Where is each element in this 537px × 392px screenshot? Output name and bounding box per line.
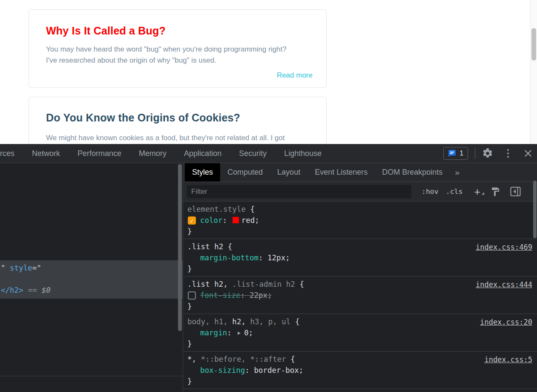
sidebar-tab-event-listeners[interactable]: Event Listeners bbox=[307, 163, 375, 182]
attr-name: style bbox=[10, 264, 32, 272]
devtools-tab-performance[interactable]: Performance bbox=[78, 149, 121, 158]
color-swatch[interactable] bbox=[233, 217, 239, 223]
property-value: red; bbox=[241, 216, 259, 225]
rule-close-brace: } bbox=[187, 301, 533, 312]
rule-selector[interactable]: element.style { bbox=[187, 204, 533, 215]
devtools-tab-application[interactable]: Application bbox=[184, 149, 221, 158]
chat-bubble-icon bbox=[448, 149, 457, 158]
badge-count: 1 bbox=[459, 149, 463, 158]
dom-selected-node[interactable]: " style=" </h2>==$0 bbox=[0, 260, 183, 299]
selector-part: h2, bbox=[232, 317, 250, 326]
devtools-tab-security[interactable]: Security bbox=[239, 149, 267, 158]
attr-equals: =" bbox=[32, 264, 41, 272]
property-colon: : bbox=[227, 329, 236, 337]
close-icon[interactable] bbox=[523, 149, 533, 158]
open-brace: { bbox=[299, 280, 304, 288]
property-colon: : bbox=[258, 254, 267, 262]
declaration-text: margin: 0; bbox=[200, 329, 253, 337]
styles-scrollbar-thumb[interactable] bbox=[533, 181, 537, 238]
sidebar-tab-more[interactable]: » bbox=[450, 163, 465, 182]
css-declaration[interactable]: margin-bottom: 12px; bbox=[187, 252, 533, 263]
elements-scrollbar-thumb[interactable] bbox=[178, 164, 182, 331]
stylesheet-link[interactable]: index.css:444 bbox=[476, 279, 532, 290]
declaration-text: margin-bottom: 12px; bbox=[200, 254, 290, 262]
property-name: margin-bottom bbox=[200, 254, 258, 262]
sidebar-tab-styles[interactable]: Styles bbox=[185, 163, 220, 182]
selector-part: *::before, *::after bbox=[201, 355, 291, 363]
sidebar-tab-computed[interactable]: Computed bbox=[220, 163, 270, 182]
class-toggle[interactable]: .cls bbox=[446, 187, 463, 196]
devtools-window: rcesNetworkPerformanceMemoryApplicationS… bbox=[0, 144, 537, 392]
card-body-line: I've researched about the origin of why … bbox=[46, 55, 309, 66]
css-rule: index.css:469.list h2 {margin-bottom: 12… bbox=[183, 239, 537, 277]
sidebar-tab-layout[interactable]: Layout bbox=[270, 163, 307, 182]
devtools-tab-rces[interactable]: rces bbox=[0, 149, 14, 158]
open-brace: { bbox=[250, 205, 255, 213]
console-messages-badge[interactable]: 1 bbox=[443, 147, 468, 160]
dom-attribute-fragment: " style=" bbox=[1, 264, 41, 272]
read-more-link[interactable]: Read more bbox=[43, 71, 313, 80]
devtools-tab-bar: rcesNetworkPerformanceMemoryApplicationS… bbox=[0, 144, 537, 163]
css-declaration[interactable]: margin: 0; bbox=[187, 327, 533, 338]
attr-quote: " bbox=[1, 264, 10, 272]
declaration-text: box-sizing: border-box; bbox=[200, 366, 303, 375]
selector-part: .list h2 bbox=[187, 242, 228, 251]
closing-tag: </h2> bbox=[1, 286, 23, 294]
css-rule: index.css:5*, *::before, *::after {box-s… bbox=[183, 352, 537, 389]
toolbar-divider bbox=[475, 148, 475, 159]
format-paint-icon[interactable] bbox=[490, 187, 500, 197]
card-title: Do You Know the Origins of Cookies? bbox=[46, 112, 309, 124]
css-rule: index.css:444.list h2, .list-admin h2 {f… bbox=[183, 277, 537, 314]
declaration-checkbox[interactable]: ✓ bbox=[188, 216, 196, 225]
css-declaration[interactable]: box-sizing: border-box; bbox=[187, 365, 533, 376]
open-brace: { bbox=[290, 355, 295, 363]
selector-part: .list h2, bbox=[187, 280, 232, 288]
property-value: 0; bbox=[244, 329, 253, 337]
card-body: You may have heard the word "bug" when y… bbox=[46, 44, 309, 66]
pseudo-state-toggle[interactable]: :hov bbox=[422, 187, 439, 196]
stylesheet-link[interactable]: index.css:469 bbox=[476, 242, 532, 253]
rule-selector[interactable]: *, *::before, *::after { bbox=[187, 354, 533, 365]
dollar-zero-hint: $0 bbox=[42, 286, 51, 294]
stylesheet-link[interactable]: index.css:5 bbox=[484, 354, 532, 365]
css-rules-list: element.style {✓color: red;}index.css:46… bbox=[183, 202, 537, 389]
property-value: 22px; bbox=[250, 291, 272, 300]
kebab-menu-icon[interactable] bbox=[506, 148, 510, 159]
stylesheet-link[interactable]: index.css:20 bbox=[480, 317, 532, 328]
card-body: We might have known cookies as a food, b… bbox=[46, 133, 309, 144]
declaration-checkbox[interactable] bbox=[188, 291, 196, 300]
styles-tab-bar: StylesComputedLayoutEvent ListenersDOM B… bbox=[183, 163, 537, 182]
property-colon: : bbox=[241, 291, 250, 300]
property-value: border-box; bbox=[254, 366, 303, 375]
sidebar-tab-dom-breakpoints[interactable]: DOM Breakpoints bbox=[375, 163, 450, 182]
collapse-panel-icon[interactable] bbox=[510, 187, 521, 196]
selector-part: .list-admin h2 bbox=[232, 280, 299, 288]
devtools-body: " style=" </h2>==$0 StylesComputedLayout… bbox=[0, 163, 537, 392]
property-name: color bbox=[200, 216, 223, 225]
selector-part: *, bbox=[187, 355, 201, 363]
css-declaration[interactable]: font-size: 22px; bbox=[187, 290, 533, 301]
css-declaration[interactable]: ✓color: red; bbox=[187, 215, 533, 226]
scrollbar-thumb[interactable] bbox=[531, 28, 536, 61]
filter-input[interactable] bbox=[187, 185, 411, 198]
css-rule: index.css:20body, h1, h2, h3, p, ul {mar… bbox=[183, 314, 537, 352]
devtools-tab-network[interactable]: Network bbox=[32, 149, 60, 158]
devtools-tabs: rcesNetworkPerformanceMemoryApplicationS… bbox=[0, 149, 322, 158]
devtools-tab-memory[interactable]: Memory bbox=[139, 149, 167, 158]
declaration-text: font-size: 22px; bbox=[200, 291, 272, 300]
property-value: 12px; bbox=[267, 254, 290, 262]
property-colon: : bbox=[245, 366, 254, 375]
settings-gear-icon[interactable] bbox=[482, 148, 493, 159]
new-style-rule-button[interactable]: + bbox=[474, 187, 481, 196]
page-scrollbar[interactable] bbox=[530, 0, 537, 144]
dom-closing-tag-line: </h2>==$0 bbox=[1, 286, 51, 294]
expand-arrow[interactable] bbox=[238, 331, 241, 335]
rule-close-brace: } bbox=[187, 376, 533, 387]
declaration-text: color: red; bbox=[200, 216, 259, 225]
selector-part: h3, p, ul bbox=[250, 317, 295, 326]
open-brace: { bbox=[295, 317, 300, 326]
devtools-tab-lighthouse[interactable]: Lighthouse bbox=[284, 149, 322, 158]
rule-close-brace: } bbox=[187, 226, 533, 237]
card-title: Why Is It Called a Bug? bbox=[46, 25, 309, 37]
property-name: margin bbox=[200, 329, 227, 337]
